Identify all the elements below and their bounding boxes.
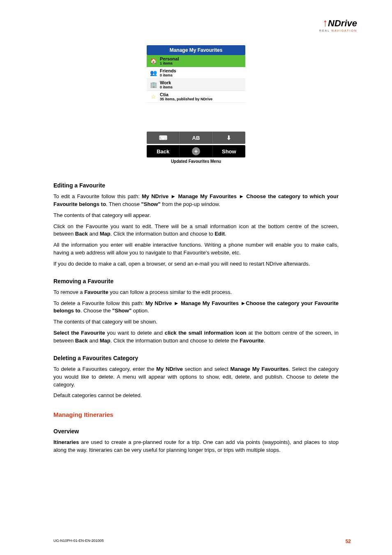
body-text: Click on the Favourite you want to edit.… (53, 223, 339, 238)
body-text: The contents of that category will appea… (53, 212, 339, 220)
friends-icon: 👥 (149, 69, 157, 77)
star-icon: ☆ (149, 92, 157, 101)
add-button[interactable]: + (180, 145, 212, 157)
body-text: Default categories cannot be deleted. (53, 392, 339, 400)
down-arrow-icon[interactable]: ⬇ (213, 132, 245, 144)
fav-name: Personal (160, 56, 179, 61)
fav-sub: 1 items (160, 61, 179, 65)
fav-name: Ctia (160, 92, 212, 97)
body-text: All the information you enter will enabl… (53, 241, 339, 257)
house-icon: 🏠 (149, 57, 157, 65)
toolbar-top: ⌨ AB ⬇ (147, 132, 245, 144)
toolbar-bottom: Back + Show (147, 145, 245, 157)
brand-sub-prefix: REAL (319, 29, 330, 32)
body-text: Select the Favourite you want to delete … (53, 329, 339, 345)
keyboard-icon[interactable]: ⌨ (147, 132, 180, 144)
fav-row-friends[interactable]: 👥 Friends 0 items (147, 67, 245, 79)
fav-sub: 0 items (160, 73, 176, 77)
fav-name: Work (160, 80, 173, 85)
doc-code: UG-N10PH-01-EN-EN-201005 (53, 539, 104, 544)
brand-logo: ↑NDrive REAL NAVIGATION (319, 16, 357, 32)
screenshot-caption: Updated Favourites Menu (147, 159, 245, 164)
fav-sub: 0 items (160, 85, 173, 89)
body-text: To delete a Favourite follow this path: … (53, 300, 339, 315)
body-text: If you do decide to make a call, open a … (53, 260, 339, 268)
show-button[interactable]: Show (213, 145, 245, 157)
brand-sub-suffix: NAVIGATION (332, 29, 357, 32)
deleting-heading: Deleting a Favourites Category (53, 355, 339, 361)
fav-sub: 35 items, published by NDrive (160, 97, 212, 101)
page-number: 52 (346, 539, 351, 544)
favourites-header: Manage My Favourites (147, 45, 245, 55)
editing-heading: Editing a Favourite (53, 182, 339, 189)
fav-name: Friends (160, 68, 176, 73)
favourites-screenshot: Manage My Favourites 🏠 Personal 1 items … (147, 45, 245, 164)
page-footer: UG-N10PH-01-EN-EN-201005 52 (53, 539, 351, 544)
body-text: To edit a Favourite follow this path: My… (53, 193, 339, 208)
fav-row-personal[interactable]: 🏠 Personal 1 items (147, 55, 245, 67)
plus-icon: + (192, 147, 200, 155)
body-text: To delete a Favourites category, enter t… (53, 365, 339, 389)
body-text: Itineraries are used to create a pre-pla… (53, 439, 339, 454)
work-icon: 🏢 (149, 81, 157, 89)
removing-heading: Removing a Favourite (53, 278, 339, 284)
ab-button[interactable]: AB (180, 132, 212, 144)
body-text: To remove a Favourite you can follow a p… (53, 289, 339, 296)
overview-heading: Overview (53, 428, 339, 435)
fav-row-ctia[interactable]: ☆ Ctia 35 items, published by NDrive (147, 91, 245, 103)
back-button[interactable]: Back (147, 145, 180, 157)
brand-text: NDrive (328, 18, 357, 28)
body-text: The contents of that category will be sh… (53, 318, 339, 326)
itineraries-heading: Managing Itineraries (53, 411, 339, 418)
fav-row-work[interactable]: 🏢 Work 0 items (147, 79, 245, 91)
brand-arrow-icon: ↑ (323, 16, 328, 29)
